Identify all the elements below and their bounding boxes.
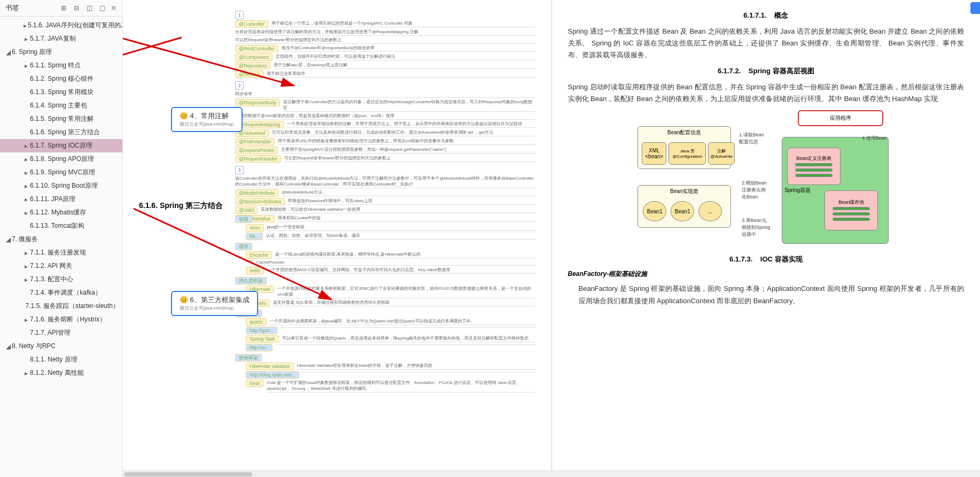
tree-bullet-icon: ▸	[24, 276, 29, 283]
tree-item-label: 6.1.13. Tomcat架构	[30, 221, 85, 230]
mm-row: 返回的数据不是html标签的页面，而是其他某种格式的数据时（如json、xml等…	[235, 113, 535, 120]
mm-desc: 用于标注业务层组件	[267, 71, 535, 78]
tree-bullet-icon: ▸	[24, 209, 29, 217]
sec-num: 6.1.7.3.	[729, 255, 752, 263]
tree-bullet-icon: ▸	[24, 156, 29, 163]
tree-item[interactable]: 6.1.5. Spring 常用注解	[0, 112, 122, 126]
tree-item[interactable]: ▸7.1.2. API 网关	[0, 259, 122, 273]
bookmark-expand-icon[interactable]: ⊞	[59, 4, 68, 12]
mm-tag: @RestController	[235, 45, 278, 52]
mm-desc: 即将值放到session作用域中，写在class上面	[288, 198, 535, 205]
tree-item-label: 6.1.3. Spring 常用模块	[30, 88, 94, 97]
tree-item[interactable]: ▸8.1.2. Netty 高性能	[0, 366, 122, 380]
mm-desc: 可以把Request请求header部分的值绑定到方法的参数上	[235, 37, 535, 44]
mm-tag: @Controller	[235, 20, 268, 28]
mm-row: @ModelAttribute@ModelAttribute方法，	[235, 189, 535, 197]
tree-item[interactable]: 6.1.6. Spring 第三方结合	[0, 126, 122, 139]
tree-item-label: 5.1.6. JAVA序列化(创建可复用的Ja…	[28, 21, 122, 30]
bookmark-ribbon-icon[interactable]: ▢	[98, 4, 106, 12]
bookmark-tree[interactable]: ▸5.1.6. JAVA序列化(创建可复用的Ja…▸5.1.7. JAVA复制◢…	[0, 17, 122, 477]
sec-6172-para: Spring 启动时读取应用程序提供的 Bean 配置信息，并在 Spring …	[568, 81, 965, 105]
mm-tag: @Valid	[235, 206, 258, 214]
tree-item-label: 7.1.4. 事件调度（kafka）	[30, 288, 102, 297]
tree-item-label: 6.1.6. Spring 第三方结合	[30, 128, 100, 137]
bookmark-collapse-icon[interactable]: ⊟	[72, 4, 81, 12]
mm-nodes-1: 1@Controller用于标记在一个类上，使用它标记的类就是一个SpringM…	[235, 11, 535, 222]
tree-item[interactable]: 6.1.13. Tomcat架构	[0, 219, 122, 233]
tree-item[interactable]: ▸5.1.7. JAVA复制	[0, 32, 122, 45]
box-anno: 注解 @Autowrite	[708, 142, 735, 165]
tree-item[interactable]: 8.1.1. Netty 原理	[0, 353, 122, 366]
mm-row: @RestController相当于@Controller和@responseB…	[235, 45, 535, 52]
tree-item[interactable]: ▸7.1.1. 服务注册发现	[0, 246, 122, 259]
sec-title: IOC 容器实现	[760, 255, 803, 263]
page-right: 6.1.7.1. 概念 Spring 通过一个配置文件描述 Bean 及 Bea…	[552, 0, 981, 477]
tree-item[interactable]: ▸6.1.12. Mybatis缓存	[0, 206, 122, 219]
tree-item-label: 6.1.1. Spring 特点	[30, 61, 81, 70]
mm-desc: CacheProvider	[256, 260, 535, 266]
tree-item-label: 7.1.6. 服务熔断（Hystrix）	[30, 315, 106, 324]
tree-item[interactable]: ▸6.1.11. JPA原理	[0, 193, 122, 206]
tree-item-label: 6.1.12. Mybatis缓存	[30, 208, 86, 217]
mm-row: http://gon...	[246, 327, 535, 334]
mm-desc: 认证、授权、加密、会话管理、与Web集成、缓存	[266, 233, 535, 240]
tree-item-label: 7. 微服务	[12, 235, 38, 244]
mm-root-label: 😊 6、第三方框架集成	[180, 295, 250, 305]
mm-row: Spring-Task可以将它看成一个轻量级的Quartz，而且使用起来很简单，…	[246, 335, 535, 343]
bookmark-add-icon[interactable]: ◫	[85, 4, 94, 12]
box-xml: XML <bean>	[642, 142, 666, 165]
mm-tag: @SessionAttributes	[235, 198, 285, 205]
sec-num: 6.1.7.2.	[718, 67, 741, 75]
mm-root-label: 😊 4、常用注解	[180, 111, 234, 121]
mm-desc: 相当于@Controller和@responseBody的组合效果	[282, 45, 535, 52]
tree-item-label: 6.1.8. Spring APO原理	[30, 155, 94, 164]
sec-6173-sub: BeanFactory-框架基础设施	[568, 270, 965, 279]
scrollbar-thumb[interactable]	[124, 472, 252, 476]
horizontal-scrollbar[interactable]	[123, 471, 980, 477]
sec-title: 概念	[774, 11, 788, 19]
tree-bullet-icon: ▸	[24, 62, 29, 70]
mm-desc: 一个开放源代码的对象关系映射框架，它对JDBC进行了非常轻量级的对象封装，使得P…	[277, 286, 535, 298]
tree-item[interactable]: 6.1.2. Spring 核心组件	[0, 72, 122, 86]
page-left: 😊 4、常用注解 微信公众号java-mindmap 1@Controller用…	[123, 0, 552, 477]
tree-item[interactable]: ◢7. 微服务	[0, 233, 122, 246]
tree-item[interactable]: ▸5.1.6. JAVA序列化(创建可复用的Ja…	[0, 19, 122, 32]
tree-item[interactable]: ▸6.1.10. Spring Boot原理	[0, 179, 122, 193]
mm-desc: java的一个安全框架	[267, 224, 535, 231]
tree-item[interactable]: 6.1.4. Spring 主要包	[0, 99, 122, 112]
mm-tag: @PathVariable	[235, 138, 275, 145]
mm-row: @Controller用于标记在一个类上，使用它标记的类就是一个SpringMV…	[235, 20, 535, 28]
tree-item[interactable]: 7.1.7. API管理	[0, 326, 122, 340]
mm-desc: 是支持普通 SQL查询，存储过程和高级映射的优秀持久层框架	[273, 299, 535, 306]
mm-desc	[276, 344, 535, 345]
tree-item[interactable]: 7.1.5. 服务跟踪（starter-sleuth）	[0, 299, 122, 313]
mm-tag: @RequestHeader	[235, 155, 281, 163]
tree-item[interactable]: ▸6.1.9. Spring MVC原理	[0, 166, 122, 179]
side-tab-icon[interactable]	[970, 2, 980, 14]
tree-bullet-icon: ▸	[24, 249, 29, 257]
tree-item[interactable]: 7.1.4. 事件调度（kafka）	[0, 286, 122, 299]
sec-num: 6.1.7.1.	[743, 11, 766, 19]
mm-row: @Component泛指组件，当组件不好归类的时候，可以使用这个注解进行标注	[235, 53, 535, 61]
mm-desc: 它可以对类成员变量、方法及构造函数进行标注，完成自动装配的工作。通过@Autow…	[272, 129, 535, 136]
tree-item-label: 6.1.9. Spring MVC原理	[30, 168, 95, 177]
arrow-3: 3.将Bean实 例放到Spring 容器中	[742, 217, 770, 238]
tree-item[interactable]: 6.1.3. Spring 常用模块	[0, 86, 122, 99]
tree-item[interactable]: ▸6.1.1. Spring 特点	[0, 59, 122, 72]
tree-item[interactable]: ◢6. Spring 原理	[0, 45, 122, 59]
mm-desc: 一个开源的作业调度框架，由java编写，在.NET平台为Quartz.Net通过…	[270, 318, 535, 325]
mm-desc: OVal 是一个可扩展的Java对象数据验证框架，验证的规则可以通过配置文件、A…	[267, 380, 535, 393]
tree-item[interactable]: ▸7.1.3. 配置中心	[0, 273, 122, 286]
tree-item[interactable]: ▸6.1.8. Spring APO原理	[0, 152, 122, 166]
tree-item[interactable]: ▸7.1.6. 服务熔断（Hystrix）	[0, 313, 122, 326]
tree-item[interactable]: ◢8. Netty 与RPC	[0, 340, 122, 353]
mm-category: 权限	[235, 216, 252, 223]
close-icon[interactable]: ✕	[111, 4, 117, 12]
mm-row: htt...认证、授权、加密、会话管理、与Web集成、缓存	[246, 233, 535, 240]
tree-bullet-icon: ◢	[5, 343, 11, 350]
tree-item[interactable]: ▸6.1.7. Spring IOC原理	[0, 139, 122, 152]
mm-group: 缓存Ehcache是一个纯Java的进程内缓存框架,具有快速、精悍等特点,是Hi…	[235, 243, 535, 274]
mm-tag: Ehcache	[246, 251, 272, 259]
tree-bullet-icon: ▸	[24, 182, 29, 190]
mm-row: 该Controller的所有方法在调用前，先执行此@ModelAttribute…	[235, 175, 535, 188]
